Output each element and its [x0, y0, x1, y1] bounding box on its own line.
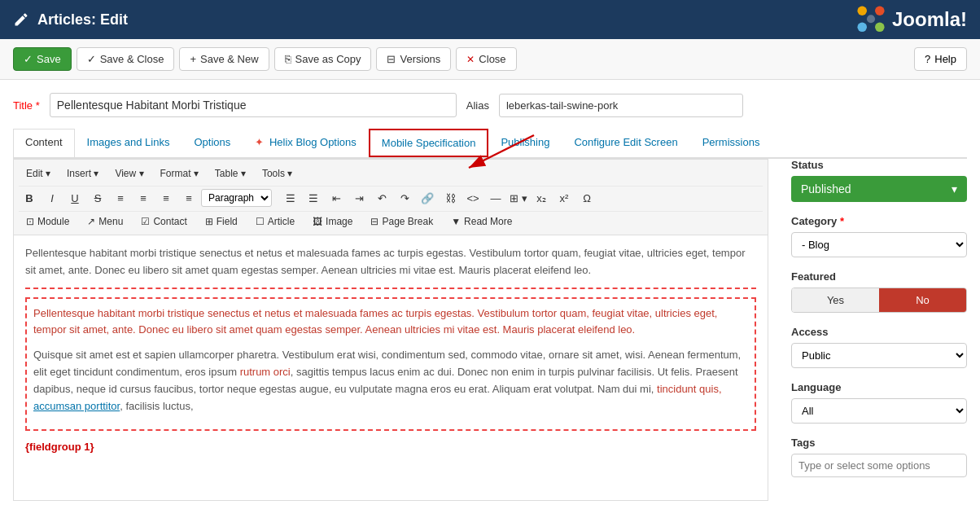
module-btn[interactable]: ⊡ Module: [19, 213, 77, 230]
editor-shortcut-row: ⊡ Module ↗ Menu ☑ Contact ⊞ Field: [19, 211, 763, 231]
svg-point-3: [875, 23, 885, 33]
editor-content[interactable]: Pellentesque habitant morbi tristique se…: [14, 235, 768, 474]
content-para2-red: Pellentesque habitant morbi tristique se…: [33, 305, 748, 340]
page-break-icon: ⊟: [370, 216, 378, 227]
field-btn[interactable]: ⊞ Field: [198, 213, 245, 230]
special-char-button[interactable]: Ω: [576, 188, 597, 208]
hr-button[interactable]: —: [485, 188, 506, 208]
versions-button[interactable]: ⊟ Versions: [376, 47, 451, 71]
tags-section: Tags: [791, 437, 967, 477]
featured-toggle: Yes No: [791, 288, 967, 313]
align-right-button[interactable]: ≡: [155, 188, 177, 208]
title-label: Title *: [13, 99, 40, 112]
close-button[interactable]: ✕ Close: [456, 47, 516, 71]
editor-toolbar: Edit ▾ Insert ▾ View ▾ Format ▾ Table ▾ …: [14, 160, 768, 235]
table-button[interactable]: ⊞ ▾: [508, 188, 529, 208]
unlink-button[interactable]: ⛓: [440, 188, 461, 208]
list-unordered-button[interactable]: ☰: [280, 188, 301, 208]
redo-button[interactable]: ↷: [394, 188, 415, 208]
content-para1: Pellentesque habitant morbi tristique se…: [25, 245, 756, 279]
article-btn[interactable]: ☐ Article: [248, 213, 302, 230]
code-button[interactable]: <>: [462, 188, 483, 208]
category-required: *: [840, 215, 844, 227]
tab-content[interactable]: Content: [13, 129, 75, 157]
align-left-button[interactable]: ≡: [110, 188, 131, 208]
language-section: Language All: [791, 381, 967, 424]
editor-area: Edit ▾ Insert ▾ View ▾ Format ▾ Table ▾ …: [0, 159, 980, 514]
status-section: Status Published ▾: [791, 159, 967, 202]
menu-edit[interactable]: Edit ▾: [19, 165, 58, 182]
access-section: Access Public: [791, 326, 967, 368]
alias-input[interactable]: [499, 94, 743, 117]
help-icon: ?: [925, 53, 930, 65]
subscript-button[interactable]: x₂: [531, 188, 552, 208]
menu-insert[interactable]: Insert ▾: [59, 165, 106, 182]
joomla-icon: [853, 5, 889, 34]
featured-no-button[interactable]: No: [879, 288, 966, 312]
strikethrough-button[interactable]: S: [87, 188, 108, 208]
tab-helix-blog[interactable]: ✦ Helix Blog Options: [243, 129, 369, 157]
help-button[interactable]: ? Help: [914, 47, 967, 71]
language-label: Language: [791, 381, 967, 393]
featured-yes-button[interactable]: Yes: [792, 288, 879, 312]
svg-point-2: [857, 23, 867, 33]
module-icon: ⊡: [26, 216, 34, 227]
indent-right-button[interactable]: ⇥: [348, 188, 370, 208]
status-value: Published: [801, 182, 851, 195]
save-new-button[interactable]: + Save & New: [179, 47, 269, 71]
save-copy-label: Save as Copy: [295, 53, 361, 65]
link-accumsan[interactable]: accumsan porttitor: [33, 400, 120, 412]
main-form: Title * Alias Content Images and Links O…: [0, 80, 980, 159]
versions-label: Versions: [400, 53, 440, 65]
language-select[interactable]: All: [791, 398, 967, 424]
read-more-btn[interactable]: ▼ Read More: [444, 213, 519, 230]
list-ordered-button[interactable]: ☰: [303, 188, 324, 208]
tags-label: Tags: [791, 437, 967, 449]
tags-input[interactable]: [791, 454, 967, 477]
bold-button[interactable]: B: [19, 188, 40, 208]
tab-images-links[interactable]: Images and Links: [75, 129, 182, 157]
tab-configure-edit[interactable]: Configure Edit Screen: [562, 129, 689, 157]
menu-table[interactable]: Table ▾: [208, 165, 253, 182]
indent-left-button[interactable]: ⇤: [326, 188, 347, 208]
svg-point-1: [875, 6, 885, 15]
format-select[interactable]: Paragraph Heading 1 Heading 2: [201, 189, 272, 207]
save-close-button[interactable]: ✓ Save & Close: [77, 47, 175, 71]
align-center-button[interactable]: ≡: [133, 188, 154, 208]
save-copy-button[interactable]: ⎘ Save as Copy: [274, 47, 372, 71]
superscript-button[interactable]: x²: [553, 188, 575, 208]
tab-mobile-spec[interactable]: Mobile Specification: [369, 129, 489, 157]
read-more-icon: ▼: [451, 216, 461, 227]
contact-btn[interactable]: ☑ Contact: [133, 213, 194, 230]
status-dropdown[interactable]: Published ▾: [791, 176, 967, 202]
menu-tools[interactable]: Tools ▾: [255, 165, 300, 182]
toolbar: ✓ Save ✓ Save & Close + Save & New ⎘ Sav…: [0, 39, 980, 80]
save-label: Save: [37, 53, 61, 65]
tab-permissions[interactable]: Permissions: [690, 129, 772, 157]
link-button[interactable]: 🔗: [417, 188, 438, 208]
page-title: Articles: Edit: [37, 11, 128, 29]
copy-icon: ⎘: [285, 53, 291, 65]
image-btn[interactable]: 🖼 Image: [305, 213, 360, 230]
top-bar: Articles: Edit Joomla!: [0, 0, 980, 39]
menu-format[interactable]: Format ▾: [153, 165, 206, 182]
content-para2-block: Pellentesque habitant morbi tristique se…: [25, 297, 756, 432]
title-input[interactable]: [50, 93, 457, 117]
menu-btn[interactable]: ↗ Menu: [80, 213, 130, 230]
versions-icon: ⊟: [387, 53, 396, 65]
tab-options[interactable]: Options: [182, 129, 243, 157]
access-select[interactable]: Public: [791, 343, 967, 368]
category-select[interactable]: - Blog: [791, 232, 967, 257]
article-icon: ☐: [256, 216, 265, 227]
close-label: Close: [479, 53, 505, 65]
plus-icon: +: [190, 53, 196, 65]
underline-button[interactable]: U: [64, 188, 85, 208]
align-justify-button[interactable]: ≡: [178, 188, 199, 208]
undo-button[interactable]: ↶: [371, 188, 392, 208]
chevron-down-icon: ▾: [952, 182, 957, 195]
menu-view[interactable]: View ▾: [107, 165, 151, 182]
page-break-btn[interactable]: ⊟ Page Break: [363, 213, 440, 230]
italic-button[interactable]: I: [42, 188, 63, 208]
tab-publishing[interactable]: Publishing: [488, 129, 562, 157]
save-button[interactable]: ✓ Save: [13, 47, 72, 71]
